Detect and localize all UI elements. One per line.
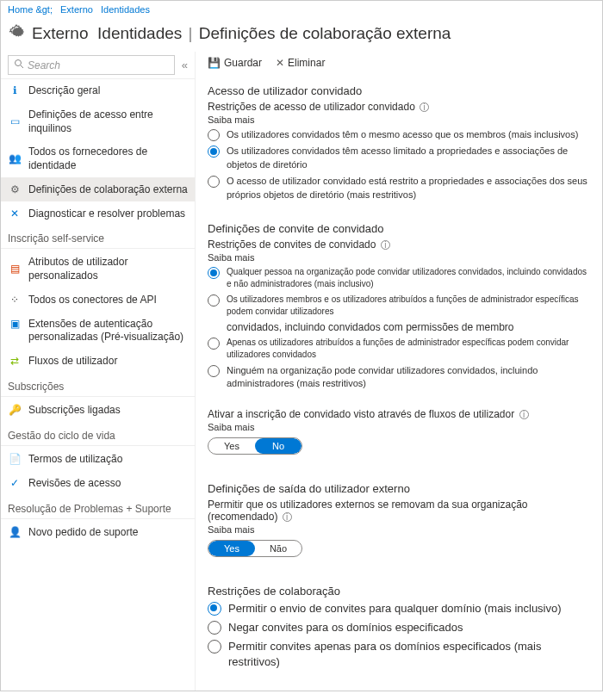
collab-option-2[interactable]: Negar convites para os domínios especifi…: [208, 620, 590, 635]
invite-option-2[interactable]: Os utilizadores membros e os utilizadore…: [208, 294, 590, 318]
sidebar-section-selfservice: Inscrição self-service: [1, 226, 195, 249]
guest-access-heading: Acesso de utilizador convidado: [208, 84, 590, 97]
sidebar-item-overview[interactable]: ℹ Descrição geral: [1, 79, 195, 103]
sidebar-item-linked-subs[interactable]: 🔑 Subscrições ligadas: [1, 399, 195, 423]
radio-selected-icon[interactable]: [208, 602, 221, 616]
radio-icon[interactable]: [208, 129, 220, 141]
learn-more-link-1[interactable]: Saiba mais: [208, 115, 590, 125]
gear-small-icon: ⚙: [8, 183, 22, 196]
radio-icon[interactable]: [208, 294, 220, 307]
sidebar-item-identity-providers[interactable]: 👥 Todos os fornecedores de identidade: [1, 140, 195, 177]
discard-icon: ✕: [276, 57, 284, 69]
info-icon[interactable]: i: [283, 512, 292, 522]
content-area: 💾 Guardar ✕ Eliminar Acesso de utilizado…: [196, 52, 602, 691]
info-icon: ℹ: [8, 84, 22, 98]
breadcrumb-identidades[interactable]: Identidades: [101, 4, 150, 15]
radio-icon[interactable]: [208, 338, 220, 350]
guest-access-option-3[interactable]: O acesso de utilizador convidado está re…: [208, 175, 590, 201]
toggle-no[interactable]: No: [255, 438, 302, 454]
svg-point-1: [16, 60, 22, 66]
diagnose-icon: ✕: [8, 207, 22, 220]
toggle-yes[interactable]: Yes: [208, 541, 255, 556]
sidebar-item-custom-attrs[interactable]: ▤ Atributos de utilizador personalizados: [1, 251, 195, 288]
support-icon: 👤: [8, 526, 22, 540]
info-icon[interactable]: i: [381, 240, 390, 250]
info-icon[interactable]: i: [420, 102, 429, 112]
radio-selected-icon[interactable]: [208, 267, 220, 279]
leave-settings-heading: Definições de saída do utilizador extern…: [208, 482, 590, 495]
toggle-no[interactable]: Não: [255, 541, 302, 556]
connectors-icon: ⁘: [8, 294, 22, 307]
attributes-icon: ▤: [8, 263, 22, 276]
learn-more-link-3[interactable]: Saiba mais: [208, 422, 590, 432]
search-input[interactable]: Search: [8, 55, 175, 75]
key-icon: 🔑: [8, 404, 22, 418]
toolbar: 💾 Guardar ✕ Eliminar: [208, 57, 590, 77]
radio-icon[interactable]: [208, 640, 221, 654]
sidebar-item-terms[interactable]: 📄 Termos de utilização: [1, 448, 195, 472]
collapse-sidebar-button[interactable]: «: [182, 59, 188, 71]
search-icon: [14, 59, 24, 71]
flows-icon: ⇄: [8, 355, 22, 369]
page-title-row: Externo Identidades | Definições de cola…: [1, 18, 602, 52]
people-icon: 👥: [8, 152, 22, 166]
reviews-icon: ✓: [8, 477, 22, 491]
radio-icon[interactable]: [208, 365, 220, 377]
sidebar-item-new-support[interactable]: 👤 Novo pedido de suporte: [1, 521, 195, 545]
save-icon: 💾: [208, 57, 221, 69]
sidebar-item-api-connectors[interactable]: ⁘ Todos os conectores de API: [1, 288, 195, 313]
sidebar-item-diagnose[interactable]: ✕ Diagnosticar e resolver problemas: [1, 201, 195, 226]
allow-leave-label: Permitir que os utilizadores externos se…: [208, 499, 590, 523]
sidebar-section-lifecycle: Gestão do ciclo de vida: [1, 423, 195, 446]
invite-option-3[interactable]: Apenas os utilizadores atribuídos a funç…: [208, 337, 590, 361]
radio-icon[interactable]: [208, 176, 220, 188]
sidebar-item-auth-extensions[interactable]: ▣ Extensões de autenticação personalizad…: [1, 313, 195, 350]
collab-restrictions-heading: Restrições de colaboração: [208, 585, 590, 598]
svg-line-2: [21, 65, 23, 68]
guest-access-option-1[interactable]: Os utilizadores convidados têm o mesmo a…: [208, 128, 590, 141]
invite-restrictions-label: Restrições de convites de convidado i: [208, 238, 590, 251]
sidebar: Search « ℹ Descrição geral ▭ Definições …: [1, 52, 196, 691]
learn-more-link-2[interactable]: Saiba mais: [208, 252, 590, 263]
radio-selected-icon[interactable]: [208, 146, 220, 158]
guest-access-restrictions-label: Restrições de acesso de utilizador convi…: [208, 101, 590, 113]
invite-settings-heading: Definições de convite de convidado: [208, 222, 590, 235]
sidebar-section-support: Resolução de Problemas + Suporte: [1, 496, 195, 519]
guest-access-option-2[interactable]: Os utilizadores convidados têm acesso li…: [208, 145, 590, 171]
sidebar-item-user-flows[interactable]: ⇄ Fluxos de utilizador: [1, 350, 195, 374]
toggle-yes[interactable]: Yes: [208, 438, 255, 454]
breadcrumb-externo[interactable]: Externo: [60, 4, 93, 15]
learn-more-link-4[interactable]: Saiba mais: [208, 524, 590, 535]
sidebar-section-subscriptions: Subscrições: [1, 374, 195, 397]
save-button[interactable]: 💾 Guardar: [208, 57, 262, 69]
info-icon[interactable]: i: [519, 410, 529, 419]
breadcrumb: Home &gt; Externo Identidades: [1, 1, 602, 18]
radio-icon[interactable]: [208, 621, 221, 635]
breadcrumb-home[interactable]: Home &gt;: [8, 4, 53, 15]
collab-option-1[interactable]: Permitir o envio de convites para qualqu…: [208, 601, 590, 616]
page-title: Externo Identidades | Definições de cola…: [32, 24, 451, 43]
invite-option-2-cont: convidados, incluindo convidados com per…: [227, 321, 590, 333]
sidebar-item-cross-tenant[interactable]: ▭ Definições de acesso entre inquilinos: [1, 103, 195, 140]
tenant-icon: ▭: [8, 115, 22, 129]
gear-icon: [8, 23, 25, 43]
terms-icon: 📄: [8, 453, 22, 467]
collab-option-3[interactable]: Permitir convites apenas para os domínio…: [208, 639, 590, 670]
allow-leave-toggle[interactable]: Yes Não: [208, 540, 302, 557]
self-service-signup-label: Ativar a inscrição de convidado visto at…: [208, 408, 590, 420]
discard-button[interactable]: ✕ Eliminar: [276, 57, 325, 69]
extensions-icon: ▣: [8, 318, 22, 331]
sidebar-item-external-collab[interactable]: ⚙ Definições de colaboração externa: [1, 177, 195, 201]
search-placeholder: Search: [28, 59, 60, 71]
self-service-toggle[interactable]: Yes No: [208, 437, 302, 455]
invite-option-1[interactable]: Qualquer pessoa na organização pode conv…: [208, 266, 590, 290]
invite-option-4[interactable]: Ninguém na organização pode convidar uti…: [208, 364, 590, 391]
sidebar-item-access-reviews[interactable]: ✓ Revisões de acesso: [1, 472, 195, 496]
